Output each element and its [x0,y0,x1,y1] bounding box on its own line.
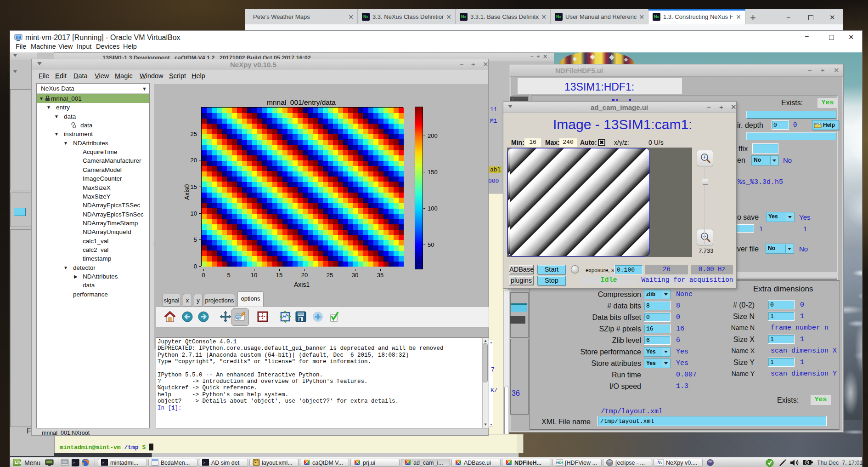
svg-text:DF: DF [559,461,563,465]
svg-text:>_: >_ [73,461,77,465]
svg-text:+: + [703,154,706,160]
svg-text:x: x [660,461,662,465]
svg-text:>_: >_ [102,461,106,465]
svg-text:>_: >_ [203,461,207,465]
